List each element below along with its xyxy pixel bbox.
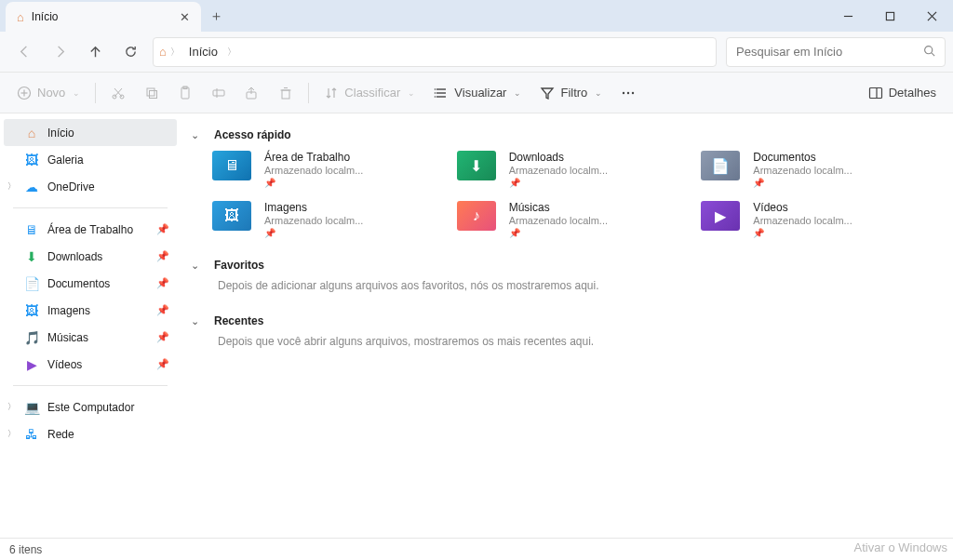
chevron-right-icon[interactable]: 〉	[7, 428, 16, 440]
filter-button[interactable]: Filtro ⌄	[530, 79, 611, 107]
favorites-empty-text: Depois de adicionar alguns arquivos aos …	[181, 277, 946, 298]
tile-videos[interactable]: ▶ Vídeos Armazenado localm... 📌	[701, 201, 934, 238]
svg-point-28	[435, 96, 436, 98]
sidebar-item-videos[interactable]: ▶ Vídeos 📌	[4, 351, 177, 378]
pin-icon: 📌	[509, 228, 608, 238]
sidebar-item-downloads[interactable]: ⬇ Downloads 📌	[4, 243, 177, 270]
pictures-icon: 🖼	[24, 303, 39, 318]
search-icon	[923, 44, 935, 60]
svg-point-4	[925, 46, 933, 53]
cut-button[interactable]	[101, 79, 135, 107]
folder-icon: 📄	[701, 151, 740, 180]
tile-subtitle: Armazenado localm...	[264, 215, 363, 226]
sidebar-item-network[interactable]: 〉 🖧 Rede	[4, 420, 177, 447]
tile-subtitle: Armazenado localm...	[509, 165, 608, 176]
breadcrumb-segment[interactable]: Início	[183, 42, 223, 61]
svg-rect-13	[147, 88, 154, 96]
chevron-right-icon[interactable]: 〉	[7, 180, 16, 193]
sidebar-item-label: Documentos	[47, 277, 110, 290]
svg-point-31	[632, 91, 634, 93]
chevron-right-icon: 〉	[227, 46, 236, 59]
tile-title: Músicas	[509, 201, 608, 214]
section-header-favorites[interactable]: ⌄ Favoritos	[181, 253, 946, 277]
address-bar[interactable]: ⌂ 〉 Início 〉	[153, 37, 717, 67]
sidebar-item-pictures[interactable]: 🖼 Imagens 📌	[4, 297, 177, 324]
maximize-button[interactable]	[869, 0, 911, 32]
status-bar: 6 itens	[0, 538, 953, 560]
copy-button[interactable]	[135, 79, 168, 107]
svg-rect-17	[213, 90, 224, 96]
pin-icon: 📌	[156, 250, 169, 262]
tile-title: Vídeos	[753, 201, 852, 214]
home-icon: ⌂	[159, 45, 167, 59]
sidebar-item-desktop[interactable]: 🖥 Área de Trabalho 📌	[4, 216, 177, 243]
pin-icon: 📌	[156, 331, 169, 343]
section-quick-access: ⌄ Acesso rápido 🖥 Área de Trabalho Armaz…	[181, 123, 946, 242]
svg-point-30	[627, 91, 629, 93]
view-button[interactable]: Visualizar ⌄	[424, 79, 530, 107]
sidebar-item-documents[interactable]: 📄 Documentos 📌	[4, 270, 177, 297]
forward-button[interactable]	[43, 38, 76, 66]
videos-icon: ▶	[24, 357, 39, 372]
tile-music[interactable]: ♪ Músicas Armazenado localm... 📌	[457, 201, 691, 238]
chevron-down-icon: ⌄	[184, 129, 205, 141]
tile-title: Documentos	[753, 151, 852, 164]
sidebar: ⌂ Início 🖼 Galeria 〉 ☁ OneDrive 🖥 Área d…	[0, 113, 181, 538]
more-button[interactable]	[611, 79, 645, 107]
activation-watermark: Ativar o Windows	[854, 540, 947, 554]
section-header-recents[interactable]: ⌄ Recentes	[181, 309, 946, 333]
sidebar-item-music[interactable]: 🎵 Músicas 📌	[4, 324, 177, 351]
details-pane-button[interactable]: Detalhes	[859, 79, 946, 107]
chevron-down-icon: ⌄	[184, 315, 205, 327]
home-icon: ⌂	[24, 126, 39, 140]
chevron-down-icon: ⌄	[514, 88, 521, 98]
tab-title: Início	[32, 10, 172, 23]
details-label: Detalhes	[889, 86, 936, 100]
minimize-button[interactable]	[827, 0, 869, 32]
new-button[interactable]: Novo ⌄	[7, 79, 89, 107]
refresh-button[interactable]	[114, 38, 147, 66]
delete-button[interactable]	[269, 79, 302, 107]
close-window-button[interactable]	[911, 0, 953, 32]
search-box[interactable]	[726, 37, 946, 67]
back-button[interactable]	[7, 38, 41, 66]
up-button[interactable]	[78, 38, 112, 66]
sidebar-item-thispc[interactable]: 〉 💻 Este Computador	[4, 393, 177, 420]
sidebar-item-gallery[interactable]: 🖼 Galeria	[4, 146, 177, 173]
svg-point-27	[435, 92, 436, 94]
sidebar-item-home[interactable]: ⌂ Início	[4, 119, 177, 146]
tile-documents[interactable]: 📄 Documentos Armazenado localm... 📌	[701, 151, 934, 188]
pin-icon: 📌	[156, 277, 169, 289]
command-bar: Novo ⌄ Classificar ⌄ Visualizar ⌄ Filtro…	[0, 73, 953, 113]
tile-subtitle: Armazenado localm...	[264, 165, 363, 176]
view-label: Visualizar	[454, 86, 506, 100]
pin-icon: 📌	[509, 178, 608, 188]
active-tab[interactable]: ⌂ Início ✕	[6, 2, 201, 32]
sidebar-item-label: Este Computador	[47, 401, 134, 414]
section-title: Recentes	[214, 314, 263, 327]
rename-button[interactable]	[202, 79, 235, 107]
svg-point-26	[435, 88, 436, 90]
sort-button[interactable]: Classificar ⌄	[315, 79, 424, 107]
chevron-right-icon[interactable]: 〉	[7, 401, 16, 413]
sidebar-item-label: Rede	[47, 428, 74, 441]
tile-downloads[interactable]: ⬇ Downloads Armazenado localm... 📌	[457, 151, 691, 188]
share-button[interactable]	[235, 79, 269, 107]
pin-icon: 📌	[156, 358, 169, 370]
close-tab-icon[interactable]: ✕	[180, 10, 190, 24]
titlebar: ⌂ Início ✕ ＋	[0, 0, 953, 32]
tile-pictures[interactable]: 🖼 Imagens Armazenado localm... 📌	[212, 201, 446, 238]
tile-title: Imagens	[264, 201, 363, 214]
chevron-right-icon: 〉	[170, 46, 180, 59]
svg-rect-20	[282, 90, 289, 99]
chevron-down-icon: ⌄	[73, 88, 80, 98]
sidebar-item-onedrive[interactable]: 〉 ☁ OneDrive	[4, 173, 177, 200]
search-input[interactable]	[736, 45, 923, 59]
tile-subtitle: Armazenado localm...	[753, 215, 852, 226]
paste-button[interactable]	[168, 79, 202, 107]
new-tab-button[interactable]: ＋	[201, 0, 231, 32]
network-icon: 🖧	[24, 427, 39, 442]
tile-desktop[interactable]: 🖥 Área de Trabalho Armazenado localm... …	[212, 151, 446, 188]
section-header-quick-access[interactable]: ⌄ Acesso rápido	[181, 123, 946, 147]
svg-rect-1	[886, 12, 893, 20]
